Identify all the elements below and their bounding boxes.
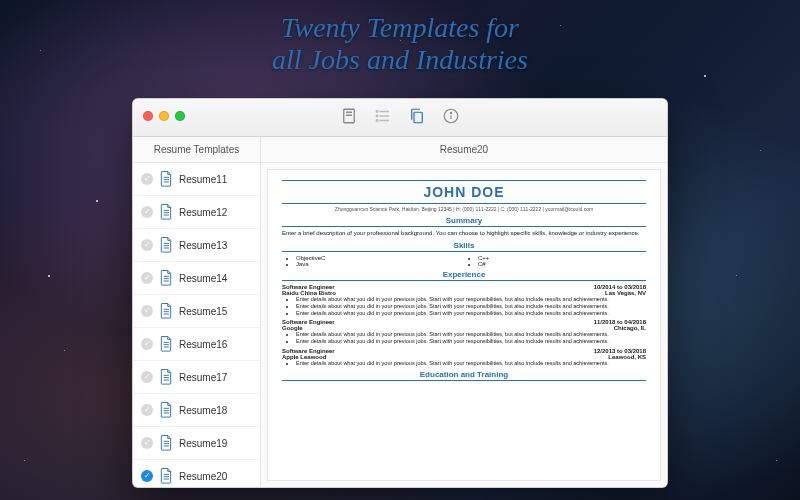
sidebar-item[interactable]: Resume18 xyxy=(133,394,260,427)
skills-right: C++C# xyxy=(464,255,646,267)
sidebar-item-label: Resume19 xyxy=(179,438,227,449)
content-pane: Resume20 JOHN DOE Zhongguancun Science P… xyxy=(261,137,667,487)
sidebar-item[interactable]: Resume16 xyxy=(133,328,260,361)
job-location: Las Vegas, NV xyxy=(605,290,646,296)
document-icon xyxy=(159,170,173,189)
sidebar-item-label: Resume13 xyxy=(179,240,227,251)
svg-point-7 xyxy=(376,115,378,117)
minimize-button[interactable] xyxy=(159,111,169,121)
app-window: Resume Templates Resume11Resume12Resume1… xyxy=(132,98,668,488)
sidebar-item-label: Resume11 xyxy=(179,174,227,185)
jobs-container: Software Engineer10/2014 to 03/2018Baidu… xyxy=(282,284,646,367)
job-location: Chicago, IL xyxy=(614,325,646,331)
sidebar-item-label: Resume17 xyxy=(179,372,227,383)
sidebar-item[interactable]: Resume14 xyxy=(133,262,260,295)
svg-rect-0 xyxy=(344,109,355,123)
content-title: Resume20 xyxy=(261,137,667,163)
skill-item: C# xyxy=(478,261,646,267)
sidebar-item[interactable]: Resume12 xyxy=(133,196,260,229)
sidebar-item[interactable]: Resume20 xyxy=(133,460,260,487)
section-education-heading: Education and Training xyxy=(282,370,646,381)
sidebar-item[interactable]: Resume15 xyxy=(133,295,260,328)
resume-name: JOHN DOE xyxy=(282,180,646,204)
document-icon xyxy=(159,335,173,354)
document-icon xyxy=(159,401,173,420)
job-bullet: Enter details about what you did in your… xyxy=(296,360,646,367)
job-bullets: Enter details about what you did in your… xyxy=(282,331,646,345)
list-icon[interactable] xyxy=(374,107,392,129)
check-icon xyxy=(141,404,153,416)
job-bullet: Enter details about what you did in your… xyxy=(296,338,646,345)
skill-item: Java xyxy=(296,261,464,267)
job-location: Leawood, KS xyxy=(608,354,646,360)
svg-point-12 xyxy=(450,112,451,113)
info-icon[interactable] xyxy=(442,107,460,129)
job-entry: Software Engineer11/2018 to 04/2018Googl… xyxy=(282,319,646,345)
document-icon xyxy=(159,302,173,321)
section-experience-heading: Experience xyxy=(282,270,646,281)
templates-icon[interactable] xyxy=(340,107,358,129)
sidebar: Resume Templates Resume11Resume12Resume1… xyxy=(133,137,261,487)
promo-line-2: all Jobs and Industries xyxy=(0,44,800,76)
job-bullets: Enter details about what you did in your… xyxy=(282,360,646,367)
job-bullet: Enter details about what you did in your… xyxy=(296,296,646,303)
job-entry: Software Engineer12/2013 to 03/2018Apple… xyxy=(282,348,646,367)
sidebar-item-label: Resume14 xyxy=(179,273,227,284)
check-icon xyxy=(141,437,153,449)
document-icon xyxy=(159,236,173,255)
svg-rect-9 xyxy=(414,112,422,123)
check-icon xyxy=(141,239,153,251)
svg-point-6 xyxy=(376,110,378,112)
check-icon xyxy=(141,305,153,317)
window-controls xyxy=(143,111,185,121)
sidebar-item[interactable]: Resume19 xyxy=(133,427,260,460)
check-icon xyxy=(141,338,153,350)
job-bullet: Enter details about what you did in your… xyxy=(296,303,646,310)
sidebar-item-label: Resume12 xyxy=(179,207,227,218)
promo-headline: Twenty Templates for all Jobs and Indust… xyxy=(0,12,800,76)
job-bullets: Enter details about what you did in your… xyxy=(282,296,646,317)
job-entry: Software Engineer10/2014 to 03/2018Baidu… xyxy=(282,284,646,317)
summary-text: Enter a brief description of your profes… xyxy=(282,230,646,238)
document-icon xyxy=(159,368,173,387)
check-icon xyxy=(141,206,153,218)
job-bullet: Enter details about what you did in your… xyxy=(296,310,646,317)
check-icon xyxy=(141,272,153,284)
sidebar-item[interactable]: Resume11 xyxy=(133,163,260,196)
sidebar-item-label: Resume15 xyxy=(179,306,227,317)
resume-contact: Zhongguancun Science Park, Haidian, Beij… xyxy=(282,206,646,212)
section-skills-heading: Skills xyxy=(282,241,646,252)
sidebar-list: Resume11Resume12Resume13Resume14Resume15… xyxy=(133,163,260,487)
section-summary-heading: Summary xyxy=(282,216,646,227)
close-button[interactable] xyxy=(143,111,153,121)
document-icon xyxy=(159,203,173,222)
document-icon xyxy=(159,434,173,453)
document-icon xyxy=(159,269,173,288)
sidebar-item[interactable]: Resume13 xyxy=(133,229,260,262)
job-company: Baidu China Bistro xyxy=(282,290,336,296)
skills-left: ObjectiveCJava xyxy=(282,255,464,267)
window-titlebar xyxy=(133,99,667,137)
svg-point-8 xyxy=(376,119,378,121)
sidebar-item-label: Resume20 xyxy=(179,471,227,482)
document-icon xyxy=(159,467,173,486)
check-icon xyxy=(141,173,153,185)
check-icon xyxy=(141,470,153,482)
sidebar-item[interactable]: Resume17 xyxy=(133,361,260,394)
job-bullet: Enter details about what you did in your… xyxy=(296,331,646,338)
resume-document: JOHN DOE Zhongguancun Science Park, Haid… xyxy=(267,169,661,481)
promo-line-1: Twenty Templates for xyxy=(0,12,800,44)
copy-icon[interactable] xyxy=(408,107,426,129)
toolbar xyxy=(340,107,460,129)
sidebar-item-label: Resume18 xyxy=(179,405,227,416)
skills-columns: ObjectiveCJava C++C# xyxy=(282,255,646,267)
maximize-button[interactable] xyxy=(175,111,185,121)
check-icon xyxy=(141,371,153,383)
sidebar-item-label: Resume16 xyxy=(179,339,227,350)
sidebar-header: Resume Templates xyxy=(133,137,260,163)
